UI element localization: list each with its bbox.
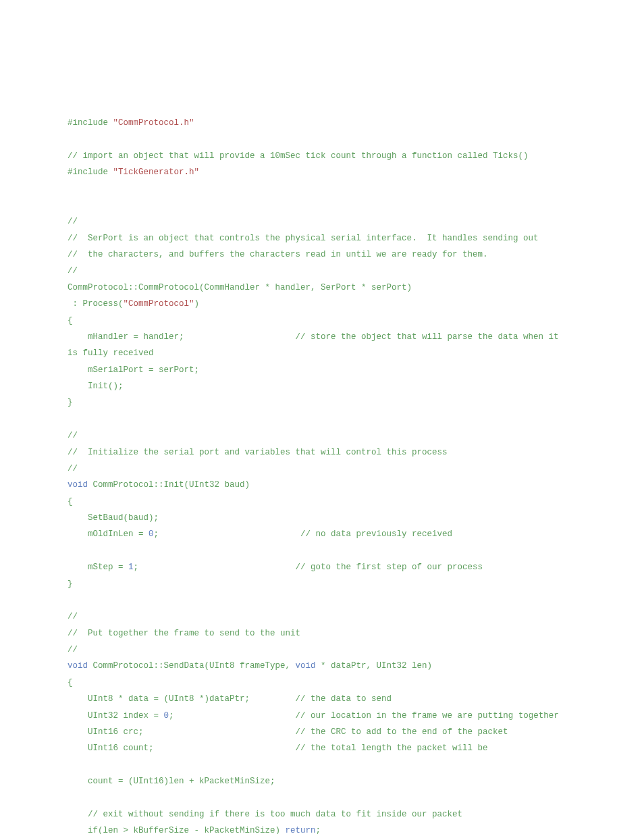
comment-line: // bbox=[68, 645, 78, 654]
brace: { bbox=[68, 316, 73, 325]
comment-line: // bbox=[68, 464, 78, 473]
keyword: void bbox=[296, 661, 316, 671]
code-line: CommProtocol::CommProtocol(CommHandler *… bbox=[68, 283, 412, 292]
number-literal: 0 bbox=[164, 711, 169, 721]
code-line: CommProtocol::Init(UInt32 baud) bbox=[88, 480, 250, 490]
comment-line: // bbox=[68, 217, 78, 226]
blank-line bbox=[68, 546, 73, 556]
blank-line bbox=[68, 793, 73, 802]
code-line: is fully received bbox=[68, 348, 154, 358]
code-line: SetBaud(baud); bbox=[68, 513, 159, 523]
blank-line bbox=[68, 201, 73, 210]
code-block: #include "CommProtocol.h" // import an o… bbox=[68, 115, 580, 834]
blank-line bbox=[68, 415, 73, 424]
blank-line bbox=[68, 134, 73, 144]
keyword: void bbox=[68, 661, 88, 671]
code-line: mOldInLen = bbox=[68, 529, 149, 539]
code-line: CommProtocol::SendData(UInt8 frameType, bbox=[88, 661, 296, 671]
code-line: UInt16 count; // the total length the pa… bbox=[68, 744, 488, 753]
code-line: mHandler = handler; // store the object … bbox=[68, 332, 564, 342]
brace: } bbox=[68, 398, 73, 407]
code-line: ) bbox=[194, 299, 200, 309]
blank-line bbox=[68, 184, 73, 194]
code-line: UInt8 * data = (UInt8 *)dataPtr; // the … bbox=[68, 694, 392, 704]
comment-line: // bbox=[68, 431, 78, 440]
comment-line: // import an object that will provide a … bbox=[68, 151, 529, 161]
string-literal: "TickGenerator.h" bbox=[113, 167, 200, 177]
comment-line: // Put together the frame to send to the… bbox=[68, 629, 300, 638]
keyword: return bbox=[286, 826, 316, 834]
code-line: mSerialPort = serPort; bbox=[68, 365, 199, 375]
code-line: * dataPtr, UInt32 len) bbox=[316, 661, 433, 671]
comment-line: // the characters, and buffers the chara… bbox=[68, 250, 488, 259]
code-line: if(len > kBufferSize - kPacketMinSize) bbox=[68, 826, 286, 834]
brace: { bbox=[68, 678, 73, 687]
code-page: #include "CommProtocol.h" // import an o… bbox=[0, 0, 644, 834]
comment-line: // SerPort is an object that controls th… bbox=[68, 234, 539, 243]
code-line: UInt16 crc; // the CRC to add to the end… bbox=[68, 727, 508, 737]
code-line: count = (UInt16)len + kPacketMinSize; bbox=[68, 777, 275, 786]
code-line: ; bbox=[316, 826, 321, 834]
keyword: void bbox=[68, 480, 88, 490]
code-line: #include bbox=[68, 167, 113, 177]
code-line: ; // no data previously received bbox=[154, 529, 453, 539]
comment-line: // Initialize the serial port and variab… bbox=[68, 448, 448, 457]
code-line: : Process( bbox=[68, 299, 124, 309]
string-literal: "CommProtocol.h" bbox=[113, 118, 194, 128]
string-literal: "CommProtocol" bbox=[124, 299, 194, 309]
brace: } bbox=[68, 579, 73, 589]
comment-line: // bbox=[68, 612, 78, 621]
comment-line: // exit without sending if there is too … bbox=[68, 810, 462, 819]
code-line: ; // our location in the frame we are pu… bbox=[169, 711, 559, 721]
code-line: ; // goto the first step of our process bbox=[134, 563, 483, 572]
comment-line: // bbox=[68, 266, 78, 276]
blank-line bbox=[68, 596, 73, 605]
number-literal: 1 bbox=[128, 563, 134, 572]
code-line: mStep = bbox=[68, 563, 128, 572]
number-literal: 0 bbox=[149, 529, 154, 539]
brace: { bbox=[68, 497, 73, 506]
blank-line bbox=[68, 760, 73, 770]
code-line: UInt32 index = bbox=[68, 711, 164, 721]
code-line: #include bbox=[68, 118, 113, 128]
code-line: Init(); bbox=[68, 382, 124, 391]
